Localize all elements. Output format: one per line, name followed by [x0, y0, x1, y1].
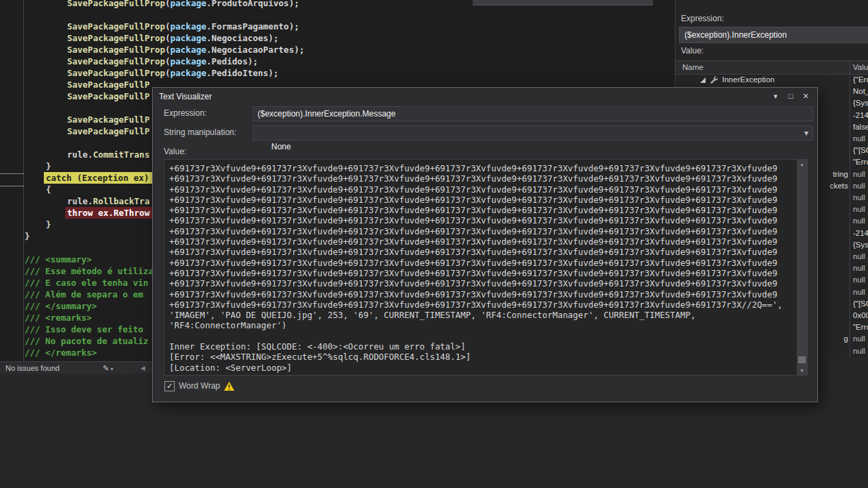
value-label: Value:	[681, 46, 704, 56]
code-line[interactable]: /// Esse método é utiliza	[25, 265, 153, 277]
dialog-title: Text Visualizer	[159, 92, 212, 101]
dialog-titlebar[interactable]: Text Visualizer ▾ □ ×	[153, 88, 817, 104]
column-header-name[interactable]: Name	[682, 61, 704, 74]
expression-input[interactable]: ($exception).InnerException.Message	[253, 106, 813, 121]
expression-label: Expression:	[164, 108, 207, 118]
watch-value: Not_	[853, 86, 868, 97]
vertical-scrollbar[interactable]: ▲ ▼	[797, 160, 807, 375]
scroll-down-icon[interactable]: ▼	[797, 368, 807, 373]
chevron-down-icon: ▾	[110, 366, 113, 372]
code-line[interactable]: /// Além de separa o em	[25, 289, 143, 300]
code-line[interactable]: {	[46, 184, 51, 195]
watch-value: null	[853, 204, 865, 215]
text-visualizer-dialog: Text Visualizer ▾ □ × Expression: ($exce…	[152, 87, 818, 402]
issues-status[interactable]: No issues found	[5, 362, 60, 374]
watch-value: {"[SQ	[853, 145, 868, 156]
watch-name-fragment: g	[844, 333, 848, 345]
code-line[interactable]: /// E caso ele tenha vin	[25, 277, 149, 289]
watch-value: "Erro	[853, 321, 868, 333]
code-line[interactable]: SavePackageFullProp(package.PedidoItens)…	[67, 67, 279, 79]
watch-value: null	[853, 180, 865, 192]
value-label: Value:	[164, 147, 186, 156]
window-menu-icon[interactable]: ▾	[769, 90, 782, 102]
code-line[interactable]: /// </remarks>	[25, 347, 97, 358]
watch-value: -214	[853, 228, 868, 239]
word-wrap-label: Word Wrap	[179, 381, 220, 391]
code-line[interactable]: }	[46, 160, 51, 172]
watch-value: null	[853, 192, 865, 204]
code-line[interactable]: /// <remarks>	[25, 312, 92, 324]
code-line[interactable]: SavePackageFullP	[67, 125, 149, 137]
warning-icon	[224, 382, 234, 391]
watch-value: {"Err	[853, 74, 868, 86]
maximize-icon[interactable]: □	[784, 90, 797, 102]
word-wrap-checkbox[interactable]: ✓	[164, 381, 175, 391]
code-line[interactable]: SavePackageFullProp(package.Pedidos);	[67, 56, 258, 67]
code-line[interactable]: SavePackageFullP	[67, 79, 149, 90]
column-header-value[interactable]: Value	[853, 61, 868, 74]
watch-value: null	[853, 345, 865, 357]
vs-debug-screen: SavePackageFullProp(package.ProdutoArqui…	[0, 0, 868, 488]
code-line[interactable]: /// <summary>	[25, 254, 92, 265]
scroll-up-icon[interactable]: ▲	[797, 162, 807, 167]
watch-expression-input[interactable]: ($exception).InnerException	[679, 27, 868, 43]
code-line[interactable]: /// Isso deve ser feito	[25, 324, 143, 335]
wrench-icon	[710, 75, 719, 84]
watch-value: null	[853, 333, 865, 345]
code-line[interactable]: SavePackageFullProp(package.Negociacoes)…	[67, 32, 279, 44]
code-line[interactable]: SavePackageFullProp(package.FormasPagame…	[67, 21, 299, 32]
string-manipulation-dropdown[interactable]: None ▾	[253, 125, 813, 141]
code-line[interactable]: SavePackageFullP	[67, 114, 149, 125]
code-line[interactable]: SavePackageFullProp(package.NegociacaoPa…	[67, 44, 304, 56]
string-manipulation-value: None	[271, 142, 291, 151]
watch-value: null	[853, 169, 865, 180]
watch-value: {"[SQ	[853, 298, 868, 310]
watch-value: null	[853, 286, 865, 298]
watch-value: null	[853, 263, 865, 274]
code-line[interactable]: catch (Exception ex)	[46, 172, 149, 184]
watch-value: false	[853, 121, 868, 133]
code-line[interactable]: }	[46, 219, 51, 230]
string-manipulation-label: String manipulation:	[164, 127, 236, 137]
expander-icon[interactable]	[700, 77, 706, 83]
watch-value: {Syst	[853, 239, 868, 251]
watch-value: {Syst	[853, 97, 868, 109]
pen-icon: ✎	[103, 364, 109, 372]
value-textarea[interactable]: +691737r3Xvfuvde9+691737r3Xvfuvde9+69173…	[164, 159, 808, 376]
chevron-down-icon: ▾	[804, 126, 808, 140]
watch-value: null	[853, 274, 865, 286]
code-line[interactable]: throw ex.ReThrow	[67, 207, 149, 219]
code-line[interactable]: }	[25, 230, 30, 242]
code-line[interactable]: SavePackageFullP	[67, 90, 149, 102]
clipped-popup-edge	[473, 0, 653, 5]
watch-name-fragment: ckets	[830, 180, 848, 192]
code-line[interactable]: rule.CommitTrans	[67, 149, 149, 160]
word-wrap-row: ✓ Word Wrap	[164, 380, 234, 391]
hscroll-left-arrow[interactable]: ◀	[140, 362, 145, 374]
watch-value: null	[853, 251, 865, 263]
watch-name-fragment: tring	[833, 169, 848, 180]
watch-value: null	[853, 215, 865, 227]
watch-value: null	[853, 133, 865, 145]
close-icon[interactable]: ×	[799, 90, 812, 102]
scrollbar-thumb[interactable]	[798, 356, 806, 363]
watch-value: 0x00	[853, 310, 868, 321]
watch-value: -214	[853, 110, 868, 121]
watch-value: "Erro	[853, 156, 868, 168]
watch-grid-header: Name Value	[675, 60, 868, 75]
expression-label: Expression:	[681, 14, 724, 23]
code-line[interactable]: rule.RollbackTra	[67, 195, 149, 207]
watch-row[interactable]: InnerException{"Err	[675, 74, 868, 86]
code-line[interactable]: /// </summary>	[25, 300, 97, 312]
code-cleanup-icon[interactable]: ✎▾	[103, 362, 113, 374]
code-line[interactable]: /// No pacote de atualiz	[25, 335, 149, 347]
visualizer-text[interactable]: +691737r3Xvfuvde9+691737r3Xvfuvde9+69173…	[169, 163, 795, 374]
watch-name: InnerException	[722, 74, 775, 86]
code-line[interactable]: SavePackageFullProp(package.ProdutoArqui…	[67, 0, 299, 9]
